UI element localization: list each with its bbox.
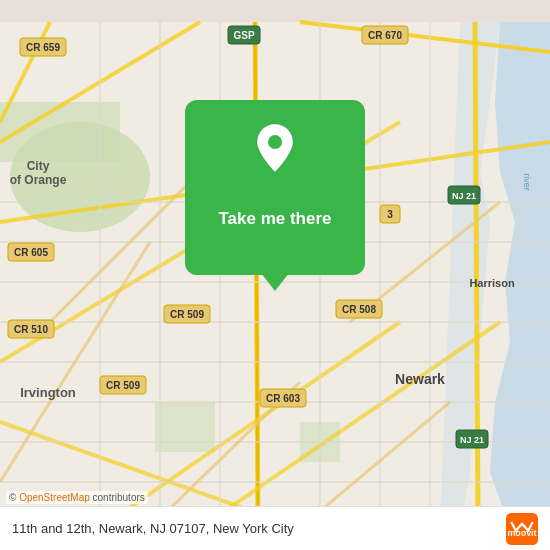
svg-text:moovit: moovit xyxy=(507,528,536,538)
svg-text:NJ 21: NJ 21 xyxy=(452,191,476,201)
map-container: CR 659 GSP CR 670 CR 605 3 NJ 21 CR 510 … xyxy=(0,0,550,550)
osm-copyright: © xyxy=(9,492,19,503)
svg-text:Newark: Newark xyxy=(395,371,445,387)
svg-point-36 xyxy=(268,135,282,149)
svg-text:CR 509: CR 509 xyxy=(170,309,204,320)
svg-text:GSP: GSP xyxy=(233,30,254,41)
bottom-bar: 11th and 12th, Newark, NJ 07107, New Yor… xyxy=(0,506,550,550)
svg-text:3: 3 xyxy=(387,209,393,220)
svg-text:CR 603: CR 603 xyxy=(266,393,300,404)
location-pin-icon xyxy=(252,122,298,174)
osm-link[interactable]: OpenStreetMap xyxy=(19,492,90,503)
svg-text:Irvington: Irvington xyxy=(20,385,76,400)
svg-text:NJ 21: NJ 21 xyxy=(460,435,484,445)
svg-text:river: river xyxy=(522,173,532,191)
svg-text:CR 510: CR 510 xyxy=(14,324,48,335)
svg-text:CR 659: CR 659 xyxy=(26,42,60,53)
svg-text:CR 509: CR 509 xyxy=(106,380,140,391)
svg-text:CR 670: CR 670 xyxy=(368,30,402,41)
svg-rect-3 xyxy=(155,402,215,452)
svg-text:City: City xyxy=(27,159,50,173)
moovit-logo: moovit xyxy=(506,513,538,545)
osm-attribution: © OpenStreetMap contributors xyxy=(6,491,148,504)
svg-text:CR 508: CR 508 xyxy=(342,304,376,315)
svg-text:CR 605: CR 605 xyxy=(14,247,48,258)
take-me-there-button[interactable]: Take me there xyxy=(185,195,365,243)
popup-card xyxy=(185,100,365,275)
svg-text:of Orange: of Orange xyxy=(10,173,67,187)
address-text: 11th and 12th, Newark, NJ 07107, New Yor… xyxy=(12,521,506,536)
svg-text:Harrison: Harrison xyxy=(469,277,515,289)
osm-contributors: contributors xyxy=(90,492,145,503)
moovit-logo-icon: moovit xyxy=(506,513,538,545)
